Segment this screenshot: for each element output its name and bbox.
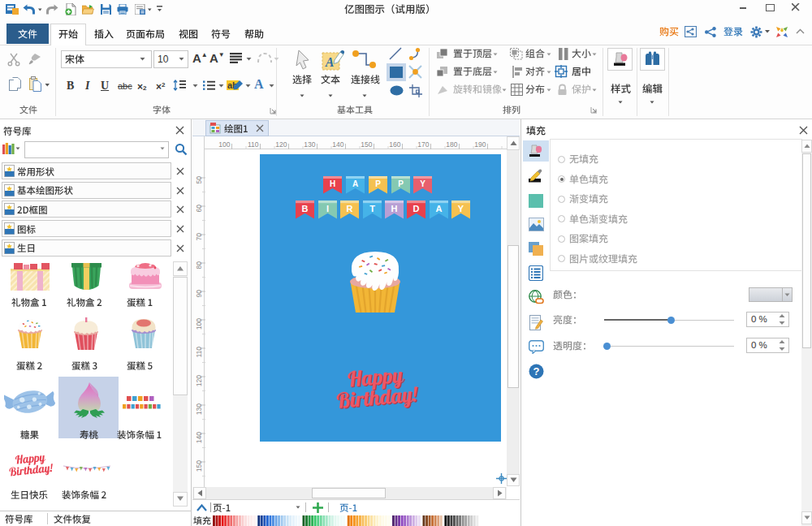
svg-text:110: 110 (248, 140, 259, 149)
svg-text:190: 190 (474, 140, 486, 149)
svg-text:50: 50 (195, 176, 203, 184)
svg-text:?: ? (533, 365, 540, 377)
svg-text:90: 90 (195, 290, 203, 298)
svg-text:130: 130 (304, 140, 315, 149)
svg-text:180: 180 (446, 140, 457, 149)
svg-text:60: 60 (195, 205, 203, 213)
svg-text:70: 70 (195, 233, 203, 241)
svg-text:130: 130 (195, 403, 203, 415)
svg-text:B: B (302, 204, 309, 213)
svg-text:Y: Y (458, 204, 464, 213)
svg-text:170: 170 (417, 140, 429, 149)
svg-text:H: H (330, 179, 335, 188)
svg-text:T: T (369, 204, 375, 213)
svg-text:A: A (352, 179, 358, 188)
svg-text:100: 100 (195, 318, 203, 330)
svg-text:R: R (347, 204, 353, 213)
svg-text:H: H (391, 204, 398, 213)
svg-text:Y: Y (420, 179, 425, 188)
svg-text:160: 160 (389, 140, 400, 149)
svg-text:110: 110 (195, 347, 203, 358)
svg-text:P: P (375, 179, 381, 188)
svg-text:100: 100 (218, 140, 230, 149)
svg-text:120: 120 (275, 140, 287, 149)
svg-text:120: 120 (195, 375, 203, 386)
svg-text:A: A (435, 204, 442, 213)
svg-text:140: 140 (195, 432, 203, 443)
svg-text:150: 150 (195, 460, 203, 472)
svg-text:80: 80 (195, 261, 203, 269)
svg-text:I: I (326, 204, 328, 213)
svg-text:150: 150 (361, 140, 372, 149)
svg-text:140: 140 (332, 140, 343, 149)
svg-text:D: D (413, 204, 420, 213)
svg-text:A: A (325, 55, 335, 69)
svg-text:P: P (398, 179, 404, 188)
